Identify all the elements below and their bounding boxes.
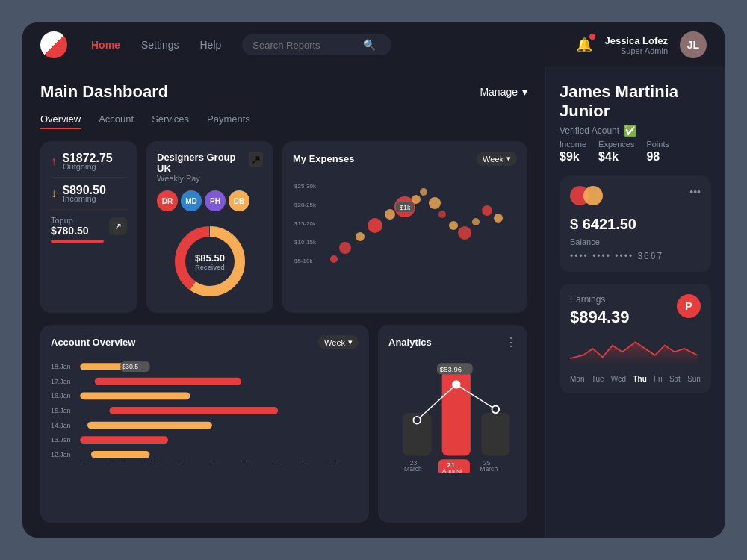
day-sat: Sat — [669, 375, 681, 383]
svg-text:March: March — [404, 465, 422, 473]
tab-services[interactable]: Services — [152, 113, 189, 129]
svg-text:11AM: 11AM — [143, 459, 158, 461]
avatar-db: DB — [229, 190, 249, 211]
analytics-chart: $53.96 23 March 21 — [388, 357, 517, 469]
svg-point-11 — [368, 218, 382, 233]
days-row: Mon Tue Wed Thu Fri Sat Sun — [570, 375, 701, 383]
avatar-ph: PH — [205, 190, 226, 211]
day-mon: Mon — [570, 375, 584, 383]
down-arrow-icon: ↓ — [51, 187, 57, 200]
notification-bell[interactable]: 🔔 — [576, 37, 592, 53]
week-selector[interactable]: Week ▾ — [477, 152, 517, 166]
group-title: Designers Group UK — [157, 152, 249, 174]
main-content: Main Dashboard Manage ▾ Overview Account… — [22, 67, 725, 538]
group-card: Designers Group UK Weekly Pay ↗ DR MD PH… — [146, 141, 273, 313]
svg-point-9 — [339, 242, 351, 254]
svg-rect-52 — [481, 413, 509, 455]
up-arrow-icon: ↑ — [51, 155, 57, 168]
svg-text:$1k: $1k — [400, 204, 411, 211]
svg-rect-35 — [95, 378, 241, 385]
main-nav: Home Settings Help 🔍 — [91, 34, 564, 55]
avatar-dr: DR — [157, 190, 178, 211]
account-week-selector[interactable]: Week ▾ — [318, 335, 359, 349]
bell-icon: 🔔 — [576, 37, 592, 52]
balance-more-button[interactable]: ••• — [689, 186, 701, 198]
tab-payments[interactable]: Payments — [207, 113, 250, 129]
verified-text: Verified Acount — [560, 125, 619, 136]
day-thu: Thu — [633, 375, 646, 383]
mastercard-icon — [570, 186, 603, 205]
analytics-title: Analytics — [388, 337, 432, 348]
svg-text:12.Jan: 12.Jan — [51, 451, 71, 458]
right-panel: James Martinia Junior Verified Acount ✅ … — [545, 67, 725, 538]
svg-text:$30.5: $30.5 — [122, 363, 138, 370]
svg-text:10AM: 10AM — [109, 459, 124, 461]
page-title: Main Dashboard — [40, 82, 168, 102]
income-value: $9k — [560, 150, 586, 164]
nav-settings[interactable]: Settings — [141, 39, 179, 51]
svg-rect-38 — [87, 422, 212, 429]
search-bar[interactable]: 🔍 — [242, 34, 391, 55]
notification-badge — [589, 34, 595, 40]
expenses-value: $4k — [598, 150, 634, 164]
expenses-title: My Expenses — [293, 153, 354, 164]
account-overview-card: Account Overview Week ▾ 18.Jan 17.Jan 16… — [40, 325, 369, 523]
manage-button[interactable]: Manage ▾ — [480, 86, 527, 98]
analytics-more-button[interactable]: ⋮ — [505, 335, 517, 349]
tab-account[interactable]: Account — [99, 113, 134, 129]
expenses-card: My Expenses Week ▾ $25-30k $20-25k $15-2… — [282, 141, 527, 313]
avatar-md: MD — [181, 190, 202, 211]
divider-2 — [51, 209, 127, 210]
svg-rect-37 — [109, 407, 278, 414]
verified-row: Verified Acount ✅ — [560, 125, 711, 137]
svg-text:3PM: 3PM — [269, 459, 281, 461]
svg-point-22 — [494, 214, 503, 223]
svg-point-20 — [472, 218, 480, 225]
analytics-card: Analytics ⋮ $53.96 — [378, 325, 527, 523]
svg-point-58 — [453, 381, 460, 388]
user-info: Jessica Lofez Super Admin — [604, 35, 668, 55]
topup-bar — [51, 240, 104, 243]
avatar[interactable]: JL — [680, 31, 707, 58]
earnings-card: P Earnings $894.39 Mon Tue — [560, 284, 711, 393]
svg-text:15.Jan: 15.Jan — [51, 407, 71, 414]
svg-point-17 — [438, 211, 446, 218]
tab-overview[interactable]: Overview — [40, 113, 81, 129]
balance-card: ••• $ 6421.50 Balance •••• •••• •••• 366… — [560, 175, 711, 272]
topup-label: Topup — [51, 216, 89, 225]
balance-label: Balance — [570, 237, 701, 246]
svg-text:August: August — [442, 467, 462, 473]
svg-text:$25-30k: $25-30k — [294, 183, 317, 190]
nav-home[interactable]: Home — [91, 39, 120, 51]
day-fri: Fri — [654, 375, 663, 383]
header-right: 🔔 Jessica Lofez Super Admin JL — [576, 31, 707, 58]
profile-name: James Martinia Junior — [560, 82, 711, 122]
day-sun: Sun — [687, 375, 701, 383]
nav-help[interactable]: Help — [200, 39, 222, 51]
svg-point-15 — [420, 188, 427, 196]
svg-point-57 — [413, 417, 421, 424]
user-role: Super Admin — [604, 46, 668, 55]
mc-orange-circle — [583, 186, 603, 205]
incoming-stat: ↓ $890.50 Incoming — [51, 184, 127, 203]
profile-stats: Income $9k Expences $4k Points 98 — [560, 140, 711, 164]
svg-text:March: March — [480, 465, 498, 473]
svg-text:$10-15k: $10-15k — [294, 239, 317, 246]
topup-row: Topup $780.50 ↗ — [51, 216, 127, 237]
search-icon: 🔍 — [363, 39, 376, 51]
svg-point-12 — [385, 209, 395, 220]
expand-button[interactable]: ↗ — [249, 152, 263, 167]
svg-text:13.Jan: 13.Jan — [51, 436, 71, 444]
gantt-chart: 18.Jan 17.Jan 16.Jan 15.Jan 14.Jan 13.Ja… — [51, 357, 359, 461]
topup-button[interactable]: ↗ — [109, 217, 127, 235]
search-input[interactable] — [252, 40, 357, 51]
day-tue: Tue — [592, 375, 604, 383]
svg-point-59 — [492, 406, 500, 414]
outgoing-stat: ↑ $1872.75 Outgoing — [51, 152, 127, 171]
points-value: 98 — [646, 150, 669, 164]
income-stat: Income $9k — [560, 140, 586, 164]
svg-text:2PM: 2PM — [240, 459, 252, 461]
group-subtitle: Weekly Pay — [157, 174, 249, 183]
donut-amount: $85.50 Received — [195, 252, 225, 271]
income-label: Income — [560, 140, 586, 149]
